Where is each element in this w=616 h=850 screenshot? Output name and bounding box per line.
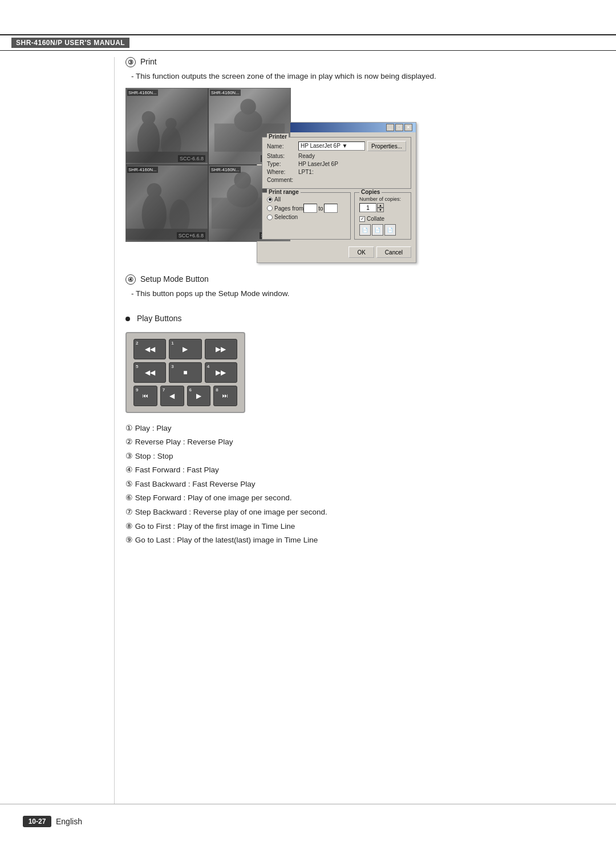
circle-4: ④ — [125, 274, 136, 285]
camera-1: SHR-4160N... SCC-6.6.8 — [126, 88, 208, 164]
type-value: HP LaserJet 6P — [298, 161, 338, 167]
copies-down-btn[interactable]: ▼ — [377, 208, 384, 212]
manual-title: SHR-4160N/P USER'S MANUAL — [11, 38, 129, 48]
play-row-2: 5 ◀◀ 3 ■ 4 ▶▶ — [133, 362, 237, 383]
dialog-maximize-btn[interactable]: □ — [395, 124, 403, 131]
step-forward-btn[interactable]: 6 ▶ — [187, 386, 211, 406]
stop-btn[interactable]: 3 ■ — [169, 362, 201, 383]
play-item-1: ① Play : Play — [125, 422, 582, 435]
all-radio-row: All — [267, 196, 346, 203]
collate-icons: 📄 📄 📄 — [359, 224, 406, 236]
play-item-9: ⑨ Go to Last : Play of the latest(last) … — [125, 534, 582, 547]
svg-point-1 — [142, 111, 156, 125]
section-play: Play Buttons 2 ◀◀ 1 ▶ ▶▶ — [125, 314, 582, 547]
dialog-title-buttons: _ □ × — [386, 124, 412, 131]
name-row: Name: HP LaserJet 6P ▼ Properties... — [267, 141, 406, 151]
circle-3: ③ — [125, 57, 136, 67]
copies-label: Number of copies: — [359, 196, 401, 202]
print-range-copies: Print range All Pages from to — [262, 192, 411, 243]
play-buttons-heading: Play Buttons — [125, 314, 582, 323]
svg-rect-4 — [126, 152, 208, 163]
play-item-2-text: ② Reverse Play : Reverse Play — [125, 438, 233, 446]
footer: 10-27 English — [23, 816, 82, 827]
dialog-buttons-row: OK Cancel — [262, 246, 411, 258]
print-description: - This function outputs the screen zone … — [131, 71, 582, 82]
pages-radio-row: Pages from to — [267, 204, 346, 213]
footer-line — [0, 804, 616, 804]
fast-play-btn[interactable]: 4 ▶▶ — [205, 362, 237, 383]
pages-label: Pages from — [274, 205, 303, 212]
page-badge: 10-27 — [23, 816, 51, 827]
svg-rect-11 — [126, 229, 208, 240]
dialog-close-btn[interactable]: × — [404, 124, 412, 131]
play-item-5-text: ⑤ Fast Backward : Fast Reverse Play — [125, 480, 256, 488]
copies-input[interactable] — [359, 203, 376, 212]
play-item-8: ⑧ Go to First : Play of the first image … — [125, 520, 582, 533]
dialog-minimize-btn[interactable]: _ — [386, 124, 394, 131]
play-buttons-container: 2 ◀◀ 1 ▶ ▶▶ 5 ◀◀ — [125, 332, 582, 413]
copies-group: Copies Number of copies: ▲ ▼ — [354, 192, 411, 240]
svg-point-14 — [234, 172, 251, 189]
comment-label: Comment: — [267, 177, 298, 183]
all-radio[interactable] — [267, 197, 273, 203]
step-backward-btn[interactable]: 7 ◀ — [160, 386, 184, 406]
play-item-5: ⑤ Fast Backward : Fast Reverse Play — [125, 478, 582, 491]
play-item-7: ⑦ Step Backward : Reverse play of one im… — [125, 506, 582, 519]
play-panel: 2 ◀◀ 1 ▶ ▶▶ 5 ◀◀ — [125, 332, 245, 413]
cancel-btn[interactable]: Cancel — [376, 246, 411, 258]
pages-to-input[interactable] — [324, 204, 338, 213]
play-item-9-text: ⑨ Go to Last : Play of the latest(last) … — [125, 536, 318, 544]
all-label: All — [274, 196, 281, 203]
ok-btn[interactable]: OK — [348, 246, 374, 258]
go-first-btn[interactable]: 9 ⏮ — [133, 386, 157, 406]
play-btn[interactable]: 1 ▶ — [169, 339, 201, 359]
selection-radio[interactable] — [267, 214, 273, 220]
section-print: ③ Print - This function outputs the scre… — [125, 57, 582, 263]
collate-checkbox[interactable]: ✓ — [359, 216, 365, 222]
left-margin-line — [114, 57, 115, 804]
screenshot-area: SHR-4160N... SCC-6.6.8 SHR-4160N... SCC-… — [125, 88, 582, 263]
print-dialog: Print _ □ × Printer Name: HP LaserJet 6P… — [257, 122, 416, 263]
copy-icon-1: 📄 — [359, 224, 371, 236]
collate-row: ✓ Collate — [359, 216, 406, 222]
camera-3: SHR-4160N... SCC+6.6.8 — [126, 165, 208, 241]
range-group-title: Print range — [267, 189, 301, 195]
copy-icon-3: 📄 — [384, 224, 396, 236]
selection-label: Selection — [274, 214, 298, 220]
go-last-btn[interactable]: 8 ⏭ — [213, 386, 237, 406]
status-value: Ready — [298, 153, 315, 159]
copies-up-btn[interactable]: ▲ — [377, 203, 384, 208]
fast-backward-btn[interactable]: 5 ◀◀ — [133, 362, 166, 383]
printer-group: Printer Name: HP LaserJet 6P ▼ Propertie… — [262, 137, 411, 189]
setup-description: - This button pops up the Setup Mode win… — [131, 288, 582, 299]
reverse-fast-btn[interactable]: 2 ◀◀ — [133, 339, 166, 359]
status-label: Status: — [267, 153, 298, 159]
range-group: Print range All Pages from to — [262, 192, 351, 240]
copies-group-title: Copies — [359, 189, 382, 195]
where-label: Where: — [267, 169, 298, 175]
printer-group-title: Printer — [267, 133, 289, 140]
fast-forward-btn[interactable]: ▶▶ — [205, 339, 237, 359]
play-list: ① Play : Play ② Reverse Play : Reverse P… — [125, 422, 582, 547]
play-row-3: 9 ⏮ 7 ◀ 6 ▶ 8 ⏭ — [133, 386, 237, 406]
type-label: Type: — [267, 161, 298, 167]
properties-btn[interactable]: Properties... — [367, 141, 406, 151]
play-item-6: ⑥ Step Forward : Play of one image per s… — [125, 492, 582, 504]
pages-from-input[interactable] — [303, 204, 317, 213]
language-label: English — [56, 817, 82, 826]
play-item-4: ④ Fast Forward : Fast Play — [125, 464, 582, 476]
setup-label: ④ Setup Mode Button — [125, 274, 582, 285]
play-item-2: ② Reverse Play : Reverse Play — [125, 436, 582, 448]
printer-select[interactable]: HP LaserJet 6P ▼ — [298, 141, 365, 151]
svg-point-7 — [240, 99, 256, 115]
play-item-1-text: ① Play : Play — [125, 424, 172, 432]
print-label: ③ Print — [125, 57, 582, 67]
where-value: LPT1: — [298, 169, 314, 175]
play-item-6-text: ⑥ Step Forward : Play of one image per s… — [125, 493, 291, 502]
type-row: Type: HP LaserJet 6P — [267, 161, 406, 167]
play-item-4-text: ④ Fast Forward : Fast Play — [125, 466, 219, 474]
pages-radio[interactable] — [267, 205, 273, 211]
copy-icon-2: 📄 — [372, 224, 383, 236]
play-item-3-text: ③ Stop : Stop — [125, 452, 173, 460]
main-content: ③ Print - This function outputs the scre… — [125, 57, 582, 558]
